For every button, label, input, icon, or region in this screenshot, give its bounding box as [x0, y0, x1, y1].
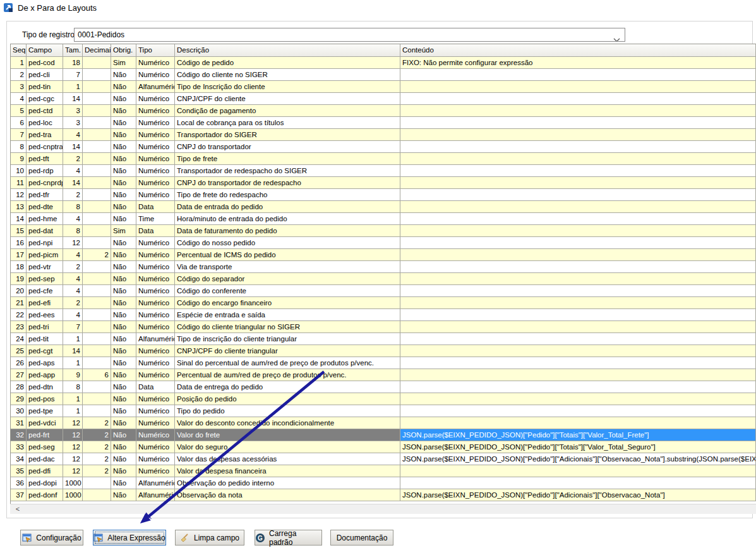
cell-obrig[interactable]: Não [111, 117, 136, 129]
cell-descricao[interactable]: Tipo de inscrição do cliente triangular [175, 333, 400, 345]
cell-conteudo[interactable] [400, 309, 756, 321]
cell-seq[interactable]: 14 [11, 213, 27, 225]
cell-tipo[interactable]: Numérico [136, 345, 175, 357]
table-row[interactable]: 2 ped-cli 7 Não Numérico Código do clien… [11, 69, 756, 81]
cell-decimais[interactable]: 2 [83, 441, 111, 453]
cell-conteudo[interactable] [400, 81, 756, 93]
cell-tipo[interactable]: Alfanumérico [136, 477, 175, 489]
cell-seq[interactable]: 30 [11, 405, 27, 417]
cell-decimais[interactable] [83, 273, 111, 285]
table-row[interactable]: 20 ped-cfe 4 Não Numérico Código do conf… [11, 285, 756, 297]
cell-decimais[interactable] [83, 213, 111, 225]
cell-descricao[interactable]: Código do nosso pedido [175, 237, 400, 249]
cell-conteudo[interactable]: JSON.parse($EIXN_PEDIDO_JSON)["Pedido"][… [400, 489, 756, 501]
cell-seq[interactable]: 15 [11, 225, 27, 237]
cell-campo[interactable]: ped-vdci [27, 417, 63, 429]
cell-obrig[interactable]: Não [111, 81, 136, 93]
table-row[interactable]: 14 ped-hme 4 Não Time Hora/minuto de ent… [11, 213, 756, 225]
cell-obrig[interactable]: Não [111, 249, 136, 261]
cell-tam[interactable]: 14 [63, 141, 83, 153]
cell-conteudo[interactable]: JSON.parse($EIXN_PEDIDO_JSON)["Pedido"][… [400, 441, 756, 453]
cell-decimais[interactable] [83, 285, 111, 297]
cell-decimais[interactable]: 2 [83, 417, 111, 429]
cell-campo[interactable]: ped-dtn [27, 381, 63, 393]
cell-tipo[interactable]: Numérico [136, 153, 175, 165]
cell-descricao[interactable]: Via de transporte [175, 261, 400, 273]
cell-conteudo[interactable] [400, 381, 756, 393]
table-row[interactable]: 17 ped-picm 4 2 Não Numérico Percentual … [11, 249, 756, 261]
cell-decimais[interactable] [83, 105, 111, 117]
cell-obrig[interactable]: Sim [111, 225, 136, 237]
cell-obrig[interactable]: Não [111, 429, 136, 441]
cell-tipo[interactable]: Numérico [136, 393, 175, 405]
cell-decimais[interactable] [83, 261, 111, 273]
cell-descricao[interactable]: Percentual de aum/red de preço de produt… [175, 369, 400, 381]
table-horizontal-scrollbar[interactable]: < [10, 504, 756, 514]
cell-tam[interactable]: 4 [63, 285, 83, 297]
cell-descricao[interactable]: Data de entrega do pedido [175, 381, 400, 393]
cell-tam[interactable]: 2 [63, 261, 83, 273]
cell-seq[interactable]: 34 [11, 453, 27, 465]
cell-descricao[interactable]: Transportador do SIGER [175, 129, 400, 141]
cell-tipo[interactable]: Numérico [136, 405, 175, 417]
cell-descricao[interactable]: Código do conferente [175, 285, 400, 297]
cell-tipo[interactable]: Numérico [136, 297, 175, 309]
table-row[interactable]: 23 ped-tri 7 Não Numérico Código do clie… [11, 321, 756, 333]
cell-conteudo[interactable] [400, 213, 756, 225]
cell-campo[interactable]: ped-cgc [27, 93, 63, 105]
cell-tipo[interactable]: Numérico [136, 249, 175, 261]
cell-decimais[interactable] [83, 57, 111, 69]
cell-campo[interactable]: ped-cod [27, 57, 63, 69]
cell-obrig[interactable]: Não [111, 453, 136, 465]
cell-campo[interactable]: ped-donf [27, 489, 63, 501]
cell-conteudo[interactable] [400, 273, 756, 285]
cell-conteudo[interactable] [400, 285, 756, 297]
cell-tam[interactable]: 8 [63, 225, 83, 237]
cell-seq[interactable]: 27 [11, 369, 27, 381]
cell-campo[interactable]: ped-tfr [27, 189, 63, 201]
table-row[interactable]: 36 ped-dopi 1000 Não Alfanumérico Observ… [11, 477, 756, 489]
cell-conteudo[interactable] [400, 369, 756, 381]
cell-seq[interactable]: 37 [11, 489, 27, 501]
cell-seq[interactable]: 11 [11, 177, 27, 189]
cell-tam[interactable]: 1 [63, 393, 83, 405]
cell-descricao[interactable]: Transportador de redespacho do SIGER [175, 165, 400, 177]
cell-descricao[interactable]: Observação do pedido interno [175, 477, 400, 489]
cell-tam[interactable]: 1 [63, 81, 83, 93]
cell-tam[interactable]: 3 [63, 117, 83, 129]
cell-seq[interactable]: 20 [11, 285, 27, 297]
cell-tipo[interactable]: Numérico [136, 465, 175, 477]
cell-seq[interactable]: 32 [11, 429, 27, 441]
cell-conteudo[interactable] [400, 261, 756, 273]
cell-campo[interactable]: ped-dac [27, 453, 63, 465]
cell-tam[interactable]: 14 [63, 345, 83, 357]
table-row[interactable]: 28 ped-dtn 8 Não Data Data de entrega do… [11, 381, 756, 393]
cell-tipo[interactable]: Alfanumérico [136, 333, 175, 345]
cell-tipo[interactable]: Numérico [136, 273, 175, 285]
cell-obrig[interactable]: Não [111, 321, 136, 333]
cell-tam[interactable]: 12 [63, 441, 83, 453]
table-row[interactable]: 33 ped-seg 12 2 Não Numérico Valor do se… [11, 441, 756, 453]
cell-seq[interactable]: 31 [11, 417, 27, 429]
cell-decimais[interactable] [83, 297, 111, 309]
cell-decimais[interactable]: 2 [83, 249, 111, 261]
cell-campo[interactable]: ped-ees [27, 309, 63, 321]
cell-obrig[interactable]: Não [111, 297, 136, 309]
cell-tam[interactable]: 12 [63, 237, 83, 249]
cell-obrig[interactable]: Não [111, 261, 136, 273]
table-row[interactable]: 22 ped-ees 4 Não Numérico Espécie de ent… [11, 309, 756, 321]
cell-obrig[interactable]: Não [111, 357, 136, 369]
cell-tam[interactable]: 9 [63, 369, 83, 381]
cell-decimais[interactable] [83, 321, 111, 333]
cell-conteudo[interactable] [400, 69, 756, 81]
cell-descricao[interactable]: Observação da nota [175, 489, 400, 501]
cell-decimais[interactable]: 6 [83, 369, 111, 381]
table-row[interactable]: 4 ped-cgc 14 Não Numérico CNPJ/CPF do cl… [11, 93, 756, 105]
cell-decimais[interactable] [83, 345, 111, 357]
table-row[interactable]: 15 ped-dat 8 Sim Data Data de faturament… [11, 225, 756, 237]
cell-seq[interactable]: 9 [11, 153, 27, 165]
cell-seq[interactable]: 23 [11, 321, 27, 333]
cell-decimais[interactable] [83, 165, 111, 177]
cell-tam[interactable]: 4 [63, 249, 83, 261]
cell-seq[interactable]: 21 [11, 297, 27, 309]
